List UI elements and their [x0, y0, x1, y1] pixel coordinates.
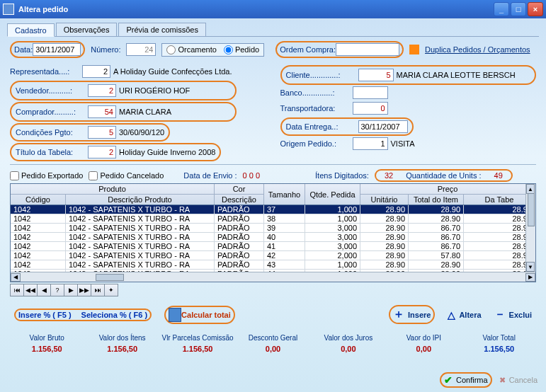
grid-header: Produto Código Descrição Produto Cor Des… — [11, 184, 535, 205]
data-group: Data: — [10, 41, 85, 58]
table-row[interactable]: 10421042 - SAPATENIS X TURBO - RAPADRÃO4… — [11, 260, 535, 270]
comprador-name: MARIA CLARA — [119, 108, 171, 116]
cliente-id[interactable] — [358, 69, 394, 81]
ordem-compra-input[interactable] — [336, 43, 399, 56]
orcamento-radio[interactable]: Orcamento — [166, 45, 216, 54]
vendedor-highlight: Vendedor..........: URI ROGÉRIO HOF — [10, 81, 237, 100]
data-envio-label: Data de Envio : — [183, 171, 237, 180]
confirma-button[interactable]: ✔Confirma — [444, 374, 488, 386]
scroll-up-icon[interactable]: ▲ — [526, 184, 535, 194]
table-row[interactable]: 10421042 - SAPATENIS X TURBO - RAPADRÃO4… — [11, 242, 535, 251]
insere-button[interactable]: ＋Insere — [393, 307, 431, 322]
check-icon: ✔ — [444, 374, 453, 386]
table-row[interactable]: 10421042 - SAPATENIS X TURBO - RAPADRÃO4… — [11, 233, 535, 242]
comprador-id[interactable] — [88, 105, 116, 118]
total-desconto-value: 0,00 — [236, 345, 309, 353]
total-desconto-label: Desconto Geral — [236, 334, 309, 342]
total-itens-label: Valor dos Ítens — [85, 334, 159, 342]
itens-qtd-highlight: 32 Quantidade de Units : 49 — [375, 169, 513, 182]
total-geral-value: 1.156,50 — [462, 345, 536, 353]
ordem-compra-group: Ordem Compra: — [275, 41, 404, 58]
maximize-button[interactable]: □ — [511, 2, 526, 16]
pedido-radio[interactable]: Pedido — [224, 45, 259, 54]
tab-observacoes[interactable]: Observações — [56, 23, 118, 36]
entrega-highlight: Data Entrega..: — [280, 117, 414, 136]
grid-scrollbar-vertical[interactable]: ▲ ▼ — [525, 184, 535, 272]
fields-section: Representada....: A Holiday Guide Confec… — [10, 65, 536, 161]
nav-bookmark[interactable]: ✦ — [104, 284, 118, 296]
nav-next[interactable]: ▶ — [64, 284, 78, 296]
table-row[interactable]: 10421042 - SAPATENIS X TURBO - RAPADRÃO3… — [11, 205, 535, 214]
vendedor-name: URI ROGÉRIO HOF — [119, 86, 190, 95]
cancel-icon: ✖ — [499, 376, 506, 385]
seleciona-pct-button[interactable]: Seleciona % ( F6 ) — [81, 311, 148, 319]
cliente-highlight: Cliente.............: MARIA CLARA LEOTTE… — [280, 65, 537, 85]
entrega-input[interactable] — [358, 120, 408, 133]
condicoes-id[interactable] — [88, 126, 116, 139]
tabs: Cadastro Observações Prévia de comissões — [7, 23, 539, 37]
data-input[interactable] — [33, 43, 81, 56]
nav-next-page[interactable]: ▶▶ — [77, 284, 91, 296]
grid-scrollbar-horizontal[interactable]: ◀ ▶ — [11, 272, 535, 282]
total-comissao-label: Vlr Parcelas Comissão — [161, 334, 234, 342]
items-grid[interactable]: Produto Código Descrição Produto Cor Des… — [10, 183, 536, 282]
scroll-thumb-h[interactable] — [96, 274, 124, 281]
itens-label: Ítens Digitados: — [315, 171, 369, 180]
titulo-highlight: Título da Tabela: Holiday Guide Inverno … — [10, 143, 221, 161]
footer-buttons: ✔Confirma ✖Cancela — [440, 372, 538, 388]
tipo-pedido-group: Orcamento Pedido — [161, 43, 264, 57]
nav-last[interactable]: ⏭ — [91, 284, 105, 296]
altera-button[interactable]: △Altera — [448, 309, 481, 321]
scroll-thumb-v[interactable] — [528, 191, 535, 226]
nav-prev[interactable]: ◀ — [37, 284, 51, 296]
total-ipi-label: Vaor do IPI — [387, 334, 460, 342]
app-icon — [3, 4, 14, 15]
representada-id[interactable] — [82, 65, 110, 78]
tab-previa[interactable]: Prévia de comissões — [118, 23, 206, 36]
total-bruto-value: 1.156,50 — [10, 345, 84, 353]
duplica-link[interactable]: Duplica Pedidos / Orçamentos — [425, 45, 530, 54]
origem-name: VISITA — [391, 139, 415, 148]
plus-icon: ＋ — [393, 307, 404, 322]
total-bruto-label: Valor Bruto — [10, 334, 84, 342]
tab-cadastro[interactable]: Cadastro — [7, 23, 55, 37]
representada-field: Representada....: A Holiday Guide Confec… — [10, 65, 266, 78]
vendedor-id[interactable] — [88, 84, 116, 97]
itens-value: 32 — [385, 171, 393, 180]
insere-seleciona-highlight: Insere % ( F5 ) Seleciona % ( F6 ) — [14, 309, 152, 321]
table-row[interactable]: 10421042 - SAPATENIS X TURBO - RAPADRÃO4… — [11, 251, 535, 260]
nav-first[interactable]: ⏮ — [10, 284, 24, 296]
comprador-highlight: Comprador.........: MARIA CLARA — [10, 102, 237, 122]
pedido-exportado-checkbox[interactable]: Pedido Exportado — [10, 171, 83, 180]
title-bar: Altera pedido _ □ × — [0, 0, 546, 18]
transportadora-id[interactable] — [353, 102, 388, 115]
table-row[interactable]: 10421042 - SAPATENIS X TURBO - RAPADRÃO3… — [11, 214, 535, 224]
minimize-button[interactable]: _ — [494, 2, 509, 16]
numero-label: Número: — [91, 45, 120, 54]
insere-pct-button[interactable]: Insere % ( F5 ) — [18, 311, 72, 319]
origem-id[interactable] — [353, 137, 388, 150]
table-row[interactable]: 10421042 - SAPATENIS X TURBO - RAPADRÃO3… — [11, 224, 535, 233]
window-title: Altera pedido — [18, 5, 492, 13]
lookup-icon[interactable] — [409, 45, 419, 54]
numero-input[interactable] — [126, 43, 156, 56]
ordem-compra-label: Ordem Compra: — [280, 45, 336, 54]
titulo-name: Holiday Guide Inverno 2008 — [119, 148, 215, 156]
confirma-highlight: ✔Confirma — [440, 372, 492, 388]
close-button[interactable]: × — [528, 2, 543, 16]
nav-prev-page[interactable]: ◀◀ — [23, 284, 38, 296]
nav-help[interactable]: ? — [50, 284, 64, 296]
total-geral-label: Valor Total — [462, 334, 536, 342]
titulo-id[interactable] — [88, 146, 116, 158]
scroll-right-icon[interactable]: ▶ — [525, 273, 535, 282]
scroll-down-icon[interactable]: ▼ — [526, 262, 535, 272]
banco-id[interactable] — [353, 86, 388, 99]
cancela-button[interactable]: ✖Cancela — [499, 372, 538, 388]
total-juros-label: Valor dos Juros — [312, 334, 385, 342]
edit-icon: △ — [448, 309, 455, 321]
pedido-cancelado-checkbox[interactable]: Pedido Cancelado — [89, 171, 164, 180]
exclui-button[interactable]: －Exclui — [494, 307, 532, 322]
scroll-left-icon[interactable]: ◀ — [11, 273, 21, 282]
action-row: Insere % ( F5 ) Seleciona % ( F6 ) Calcu… — [10, 305, 536, 324]
calcular-button[interactable]: Calcular totai — [181, 311, 231, 319]
